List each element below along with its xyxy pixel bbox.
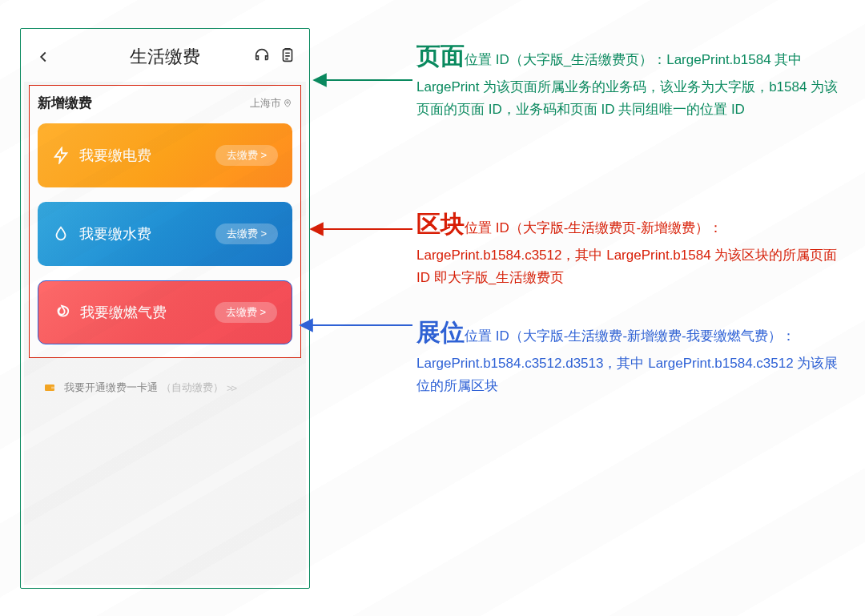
annotation-spot-heading: 展位 [416, 319, 465, 345]
pay-button-elec[interactable]: 去缴费 > [215, 145, 278, 166]
location-icon [283, 99, 292, 108]
diagram-root: 生活缴费 新增缴费 上海市 [0, 0, 865, 616]
annotation-page-heading: 页面 [416, 42, 465, 69]
bolt-icon [52, 147, 70, 164]
annotation-block-heading: 区块 [416, 211, 465, 237]
svg-marker-2 [55, 148, 67, 163]
page-title: 生活缴费 [130, 45, 200, 69]
section-header: 新增缴费 上海市 [38, 94, 292, 112]
pay-button-label: 去缴费 > [227, 227, 267, 241]
phone-frame: 生活缴费 新增缴费 上海市 [20, 28, 310, 589]
svg-point-1 [287, 101, 289, 103]
annotation-block-body: 位置 ID（大字版-生活缴费页-新增缴费）：LargePrint.b1584.c… [416, 220, 837, 285]
title-bar: 生活缴费 [24, 32, 306, 82]
card-title: 我要缴水费 [79, 224, 151, 244]
back-button[interactable] [34, 47, 53, 66]
location-text: 上海市 [250, 96, 281, 111]
section-new-payment: 新增缴费 上海市 我要缴电费 去缴费 > [29, 85, 301, 358]
pay-button-label: 去缴费 > [227, 148, 267, 163]
phone-screen: 生活缴费 新增缴费 上海市 [24, 32, 306, 585]
card-water[interactable]: 我要缴水费 去缴费 > [38, 202, 292, 266]
one-card-link[interactable]: 我要开通缴费一卡通 （自动缴费） >> [24, 380, 306, 395]
pay-button-water[interactable]: 去缴费 > [215, 223, 278, 244]
annotation-page-body: 位置 ID（大字版_生活缴费页）：LargePrint.b1584 其中 Lar… [416, 52, 838, 117]
annotation-page: 页面位置 ID（大字版_生活缴费页）：LargePrint.b1584 其中 L… [416, 36, 849, 121]
annotation-spot-body: 位置 ID（大字版-生活缴费-新增缴费-我要缴燃气费）： LargePrint.… [416, 328, 838, 393]
pay-button-label: 去缴费 > [226, 305, 266, 320]
card-electricity[interactable]: 我要缴电费 去缴费 > [38, 123, 292, 187]
card-title: 我要缴燃气费 [80, 303, 167, 322]
headset-icon [253, 46, 271, 64]
svg-rect-4 [51, 387, 54, 389]
section-title: 新增缴费 [38, 94, 92, 112]
wallet-icon [43, 381, 56, 394]
one-card-main: 我要开通缴费一卡通 [64, 380, 158, 395]
drop-icon [52, 225, 70, 243]
one-card-chevron: >> [227, 382, 235, 394]
clipboard-icon [279, 46, 296, 64]
orders-button[interactable] [279, 46, 296, 67]
support-button[interactable] [253, 46, 271, 67]
card-gas[interactable]: 我要缴燃气费 去缴费 > [38, 280, 292, 344]
one-card-sub: （自动缴费） [161, 380, 223, 395]
card-title: 我要缴电费 [79, 146, 151, 165]
location-picker[interactable]: 上海市 [250, 96, 292, 111]
annotation-block: 区块位置 ID（大字版-生活缴费页-新增缴费）：LargePrint.b1584… [416, 204, 849, 289]
chevron-left-icon [34, 48, 52, 66]
annotation-spot: 展位位置 ID（大字版-生活缴费-新增缴费-我要缴燃气费）： LargePrin… [416, 312, 849, 397]
pay-button-gas[interactable]: 去缴费 > [215, 302, 277, 323]
flame-icon [53, 304, 70, 321]
